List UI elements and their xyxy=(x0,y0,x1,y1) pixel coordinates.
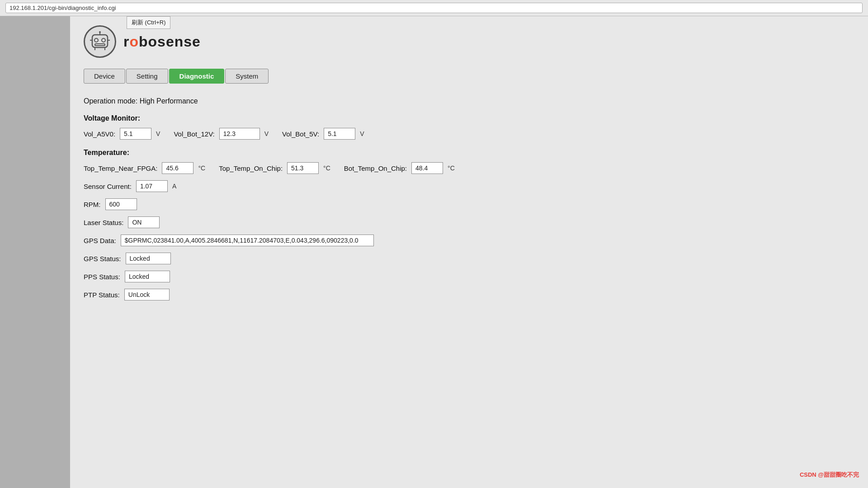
bot-temp-on-chip-unit: °C xyxy=(448,164,455,172)
tab-device[interactable]: Device xyxy=(84,69,125,84)
gps-status-value: Locked xyxy=(126,253,171,264)
ptp-status-value: UnLock xyxy=(124,289,170,300)
ptp-status-section: PTP Status: UnLock xyxy=(84,289,854,300)
tab-setting[interactable]: Setting xyxy=(126,69,168,84)
ptp-status-label: PTP Status: xyxy=(84,291,120,299)
nav-tabs: Device Setting Diagnostic System xyxy=(84,69,854,84)
temperature-section: Temperature: Top_Temp_Near_FPGA: 45.6 °C… xyxy=(84,149,854,174)
bot-temp-on-chip-value: 48.4 xyxy=(411,162,443,174)
pps-status-label: PPS Status: xyxy=(84,273,120,281)
laser-status-row: Laser Status: ON xyxy=(84,216,854,228)
robosense-logo-svg xyxy=(89,30,111,53)
vol-bot-5v-label: Vol_Bot_5V: xyxy=(282,130,319,138)
top-temp-on-chip-unit: °C xyxy=(323,164,330,172)
top-temp-on-chip-value: 51.3 xyxy=(287,162,319,174)
vol-bot-5v-unit: V xyxy=(360,130,364,137)
bot-temp-on-chip-label: Bot_Temp_On_Chip: xyxy=(344,164,407,172)
voltage-monitor-label: Voltage Monitor: xyxy=(84,114,854,122)
operation-mode: Operation mode: High Performance xyxy=(84,97,854,105)
rpm-row: RPM: 600 xyxy=(84,198,854,210)
vol-bot-12v-value: 12.3 xyxy=(219,128,260,140)
refresh-tooltip: 刷新 (Ctrl+R) xyxy=(127,16,170,29)
laser-status-label: Laser Status: xyxy=(84,219,123,226)
vol-bot-5v-value: 5.1 xyxy=(324,128,355,140)
logo-area: robosense xyxy=(84,25,854,58)
sensor-current-value: 1.07 xyxy=(136,180,168,192)
vol-a5v0-value: 5.1 xyxy=(120,128,151,140)
logo-text: robosense xyxy=(123,33,201,50)
voltage-row: Vol_A5V0: 5.1 V Vol_Bot_12V: 12.3 V Vol_… xyxy=(84,128,854,140)
left-sidebar xyxy=(0,0,70,488)
watermark: CSDN @甜甜圈吃不完 xyxy=(800,471,859,479)
tab-diagnostic[interactable]: Diagnostic xyxy=(169,69,225,84)
gps-data-value: $GPRMC,023841.00,A,4005.2846681,N,11617.… xyxy=(121,235,374,246)
vol-bot-12v-unit: V xyxy=(264,130,269,137)
pps-status-section: PPS Status: Locked xyxy=(84,271,854,282)
svg-rect-3 xyxy=(95,44,105,46)
laser-status-section: Laser Status: ON xyxy=(84,216,854,228)
svg-point-2 xyxy=(102,38,105,42)
voltage-section: Voltage Monitor: Vol_A5V0: 5.1 V Vol_Bot… xyxy=(84,114,854,140)
top-temp-near-fpga-value: 45.6 xyxy=(162,162,193,174)
tab-system[interactable]: System xyxy=(225,69,269,84)
top-temp-on-chip-label: Top_Temp_On_Chip: xyxy=(219,164,283,172)
vol-a5v0-label: Vol_A5V0: xyxy=(84,130,115,138)
sensor-current-unit: A xyxy=(172,183,176,190)
vol-bot-12v-label: Vol_Bot_12V: xyxy=(174,130,214,138)
vol-a5v0-unit: V xyxy=(156,130,160,137)
gps-status-section: GPS Status: Locked xyxy=(84,253,854,264)
pps-status-value: Locked xyxy=(125,271,170,282)
top-temp-near-fpga-label: Top_Temp_Near_FPGA: xyxy=(84,164,157,172)
sensor-current-label: Sensor Current: xyxy=(84,183,132,190)
rpm-value: 600 xyxy=(105,198,137,210)
temperature-row: Top_Temp_Near_FPGA: 45.6 °C Top_Temp_On_… xyxy=(84,162,854,174)
gps-data-section: GPS Data: $GPRMC,023841.00,A,4005.284668… xyxy=(84,235,854,246)
gps-status-row: GPS Status: Locked xyxy=(84,253,854,264)
browser-url-bar[interactable]: 192.168.1.201/cgi-bin/diagnostic_info.cg… xyxy=(5,3,863,13)
sensor-current-section: Sensor Current: 1.07 A xyxy=(84,180,854,192)
laser-status-value: ON xyxy=(128,216,160,228)
svg-point-1 xyxy=(94,38,98,42)
gps-data-label: GPS Data: xyxy=(84,237,116,244)
svg-point-5 xyxy=(99,31,101,33)
pps-status-row: PPS Status: Locked xyxy=(84,271,854,282)
rpm-section: RPM: 600 xyxy=(84,198,854,210)
top-temp-near-fpga-unit: °C xyxy=(198,164,205,172)
ptp-status-row: PTP Status: UnLock xyxy=(84,289,854,300)
logo-icon xyxy=(84,25,116,58)
gps-data-row: GPS Data: $GPRMC,023841.00,A,4005.284668… xyxy=(84,235,854,246)
gps-status-label: GPS Status: xyxy=(84,255,121,263)
page-content: robosense Device Setting Diagnostic Syst… xyxy=(70,16,868,488)
temperature-label: Temperature: xyxy=(84,149,854,157)
sensor-current-row: Sensor Current: 1.07 A xyxy=(84,180,854,192)
browser-bar: 192.168.1.201/cgi-bin/diagnostic_info.cg… xyxy=(0,0,868,16)
rpm-label: RPM: xyxy=(84,201,101,208)
